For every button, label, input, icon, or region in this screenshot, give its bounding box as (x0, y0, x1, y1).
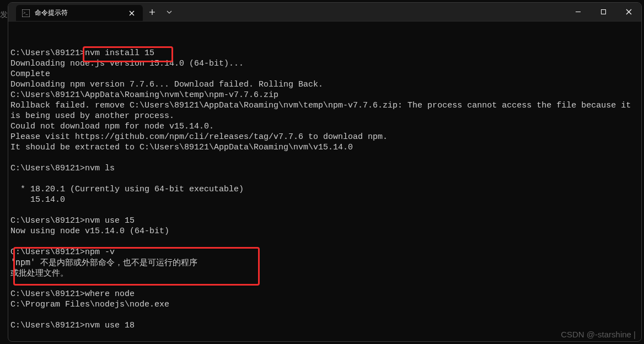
terminal-line: C:\Users\89121\AppData\Roaming\nvm\temp\… (10, 90, 639, 100)
terminal-line: C:\Users\89121>nvm install 15 (10, 48, 639, 58)
terminal-line: 或批处理文件。 (10, 268, 639, 278)
minimize-button[interactable] (565, 3, 591, 21)
stray-glyph: 发 (0, 10, 8, 20)
terminal-output[interactable]: C:\Users\89121>nvm install 15Downloading… (8, 22, 641, 341)
terminal-line: C:\Program Files\nodejs\node.exe (10, 299, 639, 310)
terminal-line: Downloading node.js version 15.14.0 (64-… (10, 58, 639, 69)
terminal-line (10, 278, 639, 289)
tab-dropdown-button[interactable] (162, 3, 177, 21)
terminal-line: Could not download npm for node v15.14.0… (10, 121, 639, 132)
terminal-line: C:\Users\89121>npm -v (10, 247, 639, 257)
terminal-line: C:\Users\89121>nvm ls (10, 163, 639, 174)
terminal-window: >_ 命令提示符 C:\Users\89121>nvm install 15 (8, 2, 642, 342)
title-bar: >_ 命令提示符 (8, 3, 641, 22)
terminal-line (10, 310, 639, 320)
cmd-icon: >_ (22, 9, 30, 18)
tab-title: 命令提示符 (35, 8, 68, 18)
terminal-line (10, 27, 639, 37)
close-window-button[interactable] (616, 3, 641, 21)
terminal-line: * 18.20.1 (Currently using 64-bit execut… (10, 184, 639, 195)
new-tab-button[interactable] (143, 3, 162, 21)
watermark: CSDN @-starshine | (561, 330, 636, 339)
terminal-line: It should be extracted to C:\Users\89121… (10, 142, 639, 153)
terminal-line: Complete (10, 69, 639, 79)
svg-text:>_: >_ (23, 10, 29, 15)
terminal-line: Now using node v15.14.0 (64-bit) (10, 226, 639, 237)
window-controls (565, 3, 641, 21)
svg-rect-7 (601, 10, 605, 14)
terminal-line (10, 37, 639, 48)
terminal-line (10, 153, 639, 163)
terminal-line: 15.14.0 (10, 195, 639, 205)
terminal-line (10, 237, 639, 247)
terminal-line: 'npm' 不是内部或外部命令，也不是可运行的程序 (10, 257, 639, 268)
maximize-button[interactable] (591, 3, 616, 21)
terminal-line: Downloading npm version 7.7.6... Downloa… (10, 79, 639, 90)
terminal-line: C:\Users\89121>where node (10, 289, 639, 299)
terminal-line: Rollback failed. remove C:\Users\89121\A… (10, 100, 639, 121)
terminal-line: C:\Users\89121>nvm use 18 (10, 320, 639, 331)
terminal-line (10, 174, 639, 184)
terminal-line: C:\Users\89121>nvm use 15 (10, 216, 639, 226)
terminal-line: Please visit https://github.com/npm/cli/… (10, 132, 639, 142)
tab-active[interactable]: >_ 命令提示符 (16, 5, 143, 21)
close-tab-icon[interactable] (127, 9, 136, 18)
terminal-line (10, 205, 639, 216)
